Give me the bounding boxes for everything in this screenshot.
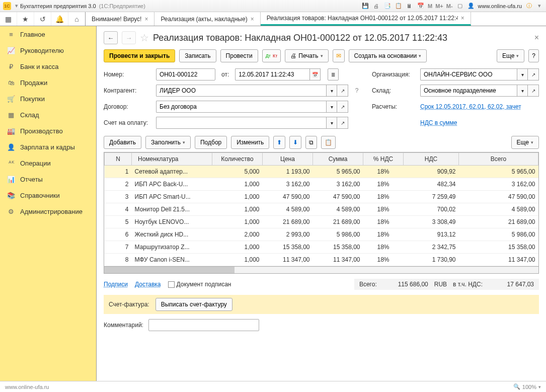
info-icon[interactable]: ⓘ — [525, 2, 533, 10]
table-row[interactable]: 8МФУ Canon i-SEN...1,00011 347,0011 347,… — [105, 254, 538, 266]
table-row[interactable]: 2ИБП APC Back-U...1,0003 162,003 162,001… — [105, 178, 538, 191]
sidebar-item[interactable]: 🏭Производство — [0, 123, 96, 139]
memory-m[interactable]: M — [428, 3, 432, 9]
favorites-icon[interactable]: ★ — [17, 12, 34, 26]
delivery-link[interactable]: Доставка — [135, 281, 161, 288]
zoom-icon[interactable]: 🔍 — [513, 383, 520, 390]
invoice-open-icon[interactable]: ↗ — [337, 117, 348, 129]
warehouse-open-icon[interactable]: ↗ — [528, 85, 539, 97]
settle-link[interactable]: Срок 12.05.2017, 62.01, 62.02, зачет — [420, 103, 539, 110]
invoice-order-input[interactable] — [156, 117, 326, 129]
calculator-icon[interactable]: 🖩 — [406, 2, 414, 10]
counter-input[interactable] — [156, 85, 326, 97]
counter-open-icon[interactable]: ↗ — [337, 85, 348, 97]
info-dropdown[interactable]: ▾ — [538, 3, 541, 9]
sidebar-item[interactable]: 📊Отчеты — [0, 171, 96, 187]
close-document-button[interactable]: × — [534, 33, 539, 42]
vat-mode-link[interactable]: НДС в сумме — [420, 119, 539, 126]
tab-close-icon[interactable]: × — [251, 16, 254, 23]
copy-rows-button[interactable]: ⧉ — [305, 136, 317, 149]
table-row[interactable]: 3ИБП APC Smart-U...1,00047 590,0047 590,… — [105, 191, 538, 203]
movements-button[interactable]: ДтКт — [262, 49, 281, 62]
col-total[interactable]: Всего — [459, 153, 538, 166]
print-button[interactable]: 🖨Печать▾ — [285, 49, 328, 62]
sidebar-item[interactable]: ₽Банк и касса — [0, 58, 96, 74]
post-button[interactable]: Провести — [220, 49, 258, 62]
counter-dropdown-icon[interactable]: ▾ — [326, 85, 337, 97]
edit-button[interactable]: Изменить — [231, 136, 269, 149]
panels-icon[interactable]: ▢ — [456, 2, 464, 10]
contract-input[interactable] — [156, 101, 326, 113]
zoom-dropdown-icon[interactable]: ▾ — [538, 384, 541, 389]
compare-icon[interactable]: 📑 — [383, 2, 392, 10]
table-row[interactable]: 1Сетевой адаптер...5,0001 193,005 965,00… — [105, 166, 538, 178]
save-icon[interactable]: 💾 — [361, 2, 369, 10]
col-n[interactable]: N — [105, 153, 132, 166]
more-button[interactable]: Еще▾ — [497, 49, 524, 62]
contract-open-icon[interactable]: ↗ — [337, 101, 348, 113]
warehouse-input[interactable] — [420, 85, 517, 97]
contract-dropdown-icon[interactable]: ▾ — [326, 101, 337, 113]
memory-mminus[interactable]: M- — [446, 3, 453, 9]
comment-input[interactable] — [148, 319, 259, 331]
move-up-button[interactable]: ⬆ — [273, 136, 285, 149]
number-input[interactable] — [156, 68, 215, 81]
org-dropdown-icon[interactable]: ▾ — [517, 68, 528, 81]
nav-back-button[interactable]: ← — [104, 31, 118, 44]
post-and-close-button[interactable]: Провести и закрыть — [104, 49, 175, 62]
sidebar-item[interactable]: ▦Склад — [0, 107, 96, 123]
sidebar-item[interactable]: 🛒Покупки — [0, 91, 96, 107]
fill-button[interactable]: Заполнить▾ — [145, 136, 191, 149]
tab[interactable]: Внимание! Вирус!× — [86, 12, 154, 26]
org-open-icon[interactable]: ↗ — [528, 68, 539, 81]
write-button[interactable]: Записать — [179, 49, 216, 62]
col-nomen[interactable]: Номенклатура — [132, 153, 212, 166]
col-vat[interactable]: НДС — [404, 153, 459, 166]
sidebar-item[interactable]: ᴬᴷОперации — [0, 155, 96, 171]
move-down-button[interactable]: ⬇ — [289, 136, 301, 149]
tab[interactable]: Реализация товаров: Накладная ОН01-00012… — [261, 12, 471, 26]
home-icon[interactable]: ⌂ — [68, 12, 86, 26]
calendar-picker-icon[interactable]: 📅 — [309, 68, 321, 81]
tab[interactable]: Реализация (акты, накладные)× — [154, 12, 260, 26]
table-row[interactable]: 5Ноутбук LENOVO...1,00021 689,0021 689,0… — [105, 216, 538, 228]
table-row[interactable]: 7Маршрутизатор Z...1,00015 358,0015 358,… — [105, 241, 538, 254]
nav-forward-button[interactable]: → — [122, 31, 136, 44]
favorite-star-icon[interactable]: ☆ — [140, 32, 149, 44]
org-input[interactable] — [420, 68, 517, 81]
copy-icon[interactable]: 📋 — [395, 2, 403, 10]
tab-close-icon[interactable]: × — [144, 16, 148, 23]
sidebar-item[interactable]: 📚Справочники — [0, 187, 96, 203]
table-more-button[interactable]: Еще▾ — [511, 136, 539, 149]
pick-button[interactable]: Подбор — [195, 136, 227, 149]
notifications-icon[interactable]: 🔔 — [51, 12, 68, 26]
sidebar-item[interactable]: ≡Главное — [0, 26, 96, 42]
counter-help-icon[interactable]: ? — [352, 87, 361, 94]
invoice-dropdown-icon[interactable]: ▾ — [326, 117, 337, 129]
create-sf-button[interactable]: Выписать счет-фактуру — [155, 298, 232, 311]
extra-icon[interactable]: ≣ — [328, 68, 339, 81]
col-sum[interactable]: Сумма — [313, 153, 363, 166]
table-row[interactable]: 6Жесткий диск HD...2,0002 993,005 986,00… — [105, 228, 538, 241]
paste-rows-button[interactable]: 📋 — [321, 136, 336, 149]
create-based-button[interactable]: Создать на основании▾ — [349, 49, 427, 62]
add-row-button[interactable]: Добавить — [104, 136, 141, 149]
tab-close-icon[interactable]: × — [461, 15, 464, 22]
horizontal-scrollbar[interactable] — [104, 267, 539, 274]
signatures-link[interactable]: Подписи — [104, 281, 128, 288]
print-icon[interactable]: 🖨 — [372, 2, 380, 10]
help-button[interactable]: ? — [528, 49, 539, 62]
sidebar-item[interactable]: 🛍Продажи — [0, 74, 96, 91]
signed-checkbox[interactable]: Документ подписан — [168, 281, 231, 288]
date-input[interactable] — [235, 68, 309, 81]
email-button[interactable]: ✉ — [333, 49, 345, 62]
warehouse-dropdown-icon[interactable]: ▾ — [517, 85, 528, 97]
calendar-icon[interactable]: 📅 — [417, 2, 425, 10]
memory-mplus[interactable]: M+ — [435, 3, 443, 9]
apps-icon[interactable]: ▦ — [0, 12, 17, 26]
sidebar-item[interactable]: ⚙Администрирование — [0, 203, 96, 219]
sidebar-item[interactable]: 📈Руководителю — [0, 42, 96, 58]
app-menu-dropdown[interactable]: ▾ — [15, 3, 18, 9]
col-qty[interactable]: Количество — [212, 153, 263, 166]
history-icon[interactable]: ↺ — [34, 12, 51, 26]
